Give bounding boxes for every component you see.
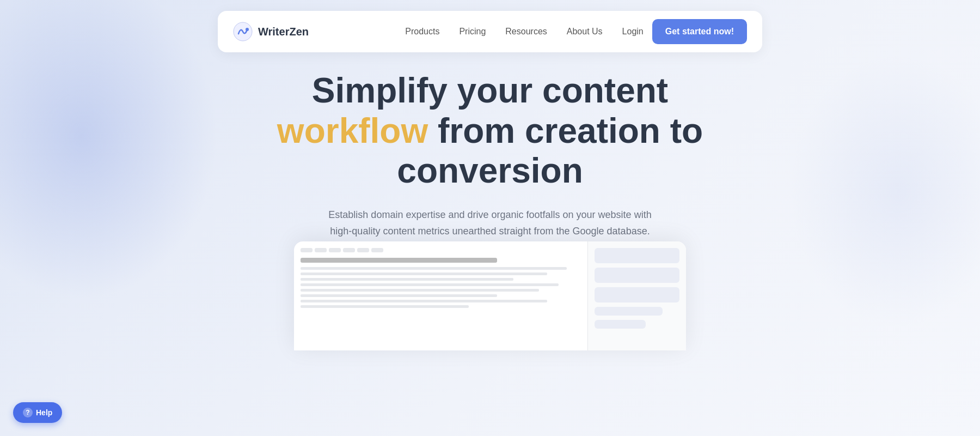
logo[interactable]: WriterZen [233,22,309,41]
preview-line-1 [301,267,567,270]
app-preview [294,241,686,350]
hero-title-part1: Simplify your content [312,71,668,110]
toolbar-btn-5 [357,248,369,252]
preview-text-lines [301,267,581,308]
sidebar-item-4 [595,307,663,316]
sidebar-item-5 [595,320,646,329]
preview-line-7 [301,300,547,302]
preview-doc-heading [301,258,497,263]
svg-point-1 [246,28,249,31]
preview-line-6 [301,294,497,297]
nav-pricing[interactable]: Pricing [459,27,486,37]
logo-icon [233,22,253,41]
preview-line-2 [301,272,547,275]
hero-subtitle: Establish domain expertise and drive org… [321,207,659,240]
toolbar-btn-1 [301,248,313,252]
hero-title: Simplify your content workflow from crea… [245,71,735,191]
nav-about[interactable]: About Us [567,27,603,37]
help-icon: ? [23,408,33,417]
help-button[interactable]: ? Help [13,402,62,423]
nav-products[interactable]: Products [405,27,439,37]
help-label: Help [36,408,52,417]
nav-resources[interactable]: Resources [505,27,547,37]
toolbar-btn-6 [371,248,383,252]
preview-line-3 [301,278,513,281]
hero-section: Simplify your content workflow from crea… [0,71,980,340]
hero-title-highlight: workflow [277,111,428,150]
sidebar-item-1 [595,248,679,263]
app-preview-sidebar [588,241,686,350]
nav-links: Products Pricing Resources About Us [405,27,602,37]
hero-title-part2: from creation to conversion [397,111,703,191]
toolbar-btn-3 [329,248,341,252]
preview-line-5 [301,289,539,292]
nav-cta-button[interactable]: Get started now! [652,19,747,44]
preview-line-8 [301,305,469,308]
toolbar-btn-2 [315,248,327,252]
preview-line-4 [301,283,559,286]
logo-text: WriterZen [258,26,309,38]
sidebar-item-3 [595,287,679,302]
login-link[interactable]: Login [622,27,644,37]
sidebar-item-2 [595,268,679,283]
toolbar-btn-4 [343,248,355,252]
navbar: WriterZen Products Pricing Resources Abo… [218,11,762,52]
preview-toolbar [301,248,581,252]
app-preview-editor [294,241,588,350]
